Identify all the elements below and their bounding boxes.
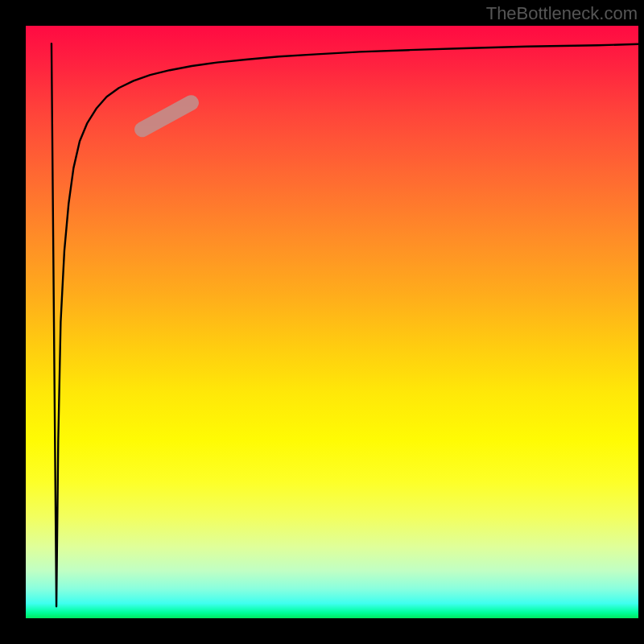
plot-area (26, 26, 638, 618)
watermark-text: TheBottleneck.com (486, 3, 638, 24)
chart-canvas: TheBottleneck.com (0, 0, 644, 644)
